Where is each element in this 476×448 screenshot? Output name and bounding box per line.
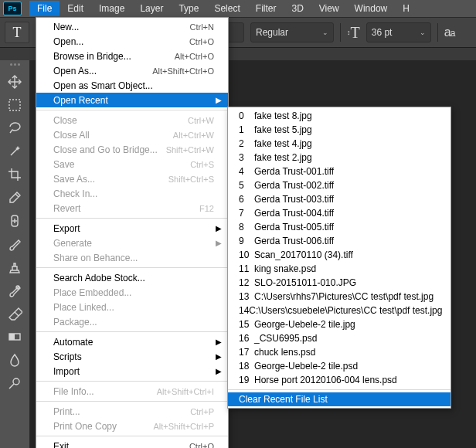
history-brush-tool[interactable] [3, 280, 26, 301]
recent-file-item[interactable]: 3fake test 2.jpg [228, 151, 450, 165]
recent-file-index: 2 [239, 138, 254, 149]
menu-item-search-adobe-stock[interactable]: Search Adobe Stock... [36, 270, 228, 285]
recent-file-name: Gerda Trust-002.tiff [254, 180, 334, 191]
recent-file-index: 10 [239, 249, 254, 260]
recent-file-name: _CSU6995.psd [254, 333, 317, 344]
recent-file-item[interactable]: 10Scan_20170110 (34).tiff [228, 248, 450, 262]
menu-3d[interactable]: 3D [284, 1, 311, 16]
recent-file-item[interactable]: 8Gerda Trust-005.tiff [228, 220, 450, 234]
recent-file-item[interactable]: 12SLO-20151011-010.JPG [228, 276, 450, 290]
font-size-select[interactable]: 36 pt ⌄ [366, 22, 431, 42]
crop-tool[interactable] [3, 164, 26, 185]
menu-separator [36, 110, 228, 110]
recent-file-index: 3 [239, 152, 254, 163]
menu-item-label: Clear Recent File List [239, 394, 328, 405]
menu-item-browse-in-bridge[interactable]: Browse in Bridge...Alt+Ctrl+O [36, 49, 228, 63]
menu-separator [36, 381, 228, 382]
recent-file-item[interactable]: 7Gerda Trust-004.tiff [228, 206, 450, 220]
recent-file-item[interactable]: 19Horse port 20120106-004 lens.psd [228, 373, 450, 387]
menu-item-label: Generate [53, 238, 92, 249]
recent-file-item[interactable]: 11king snake.psd [228, 262, 450, 276]
recent-file-item[interactable]: 9Gerda Trust-006.tiff [228, 234, 450, 248]
menu-item-import[interactable]: Import▶ [36, 364, 228, 378]
app-logo: Ps [3, 2, 22, 15]
recent-file-item[interactable]: 16_CSU6995.psd [228, 331, 450, 345]
menu-item-new[interactable]: New...Ctrl+N [36, 19, 228, 34]
separator [340, 23, 341, 42]
menu-item-exit[interactable]: ExitCtrl+Q [36, 439, 228, 448]
tools-panel [0, 60, 30, 448]
menu-item-open-recent[interactable]: Open Recent▶ [36, 93, 228, 107]
recent-file-item[interactable]: 4Gerda Trust-001.tiff [228, 165, 450, 178]
marquee-tool[interactable] [3, 94, 26, 116]
recent-file-index: 6 [239, 194, 254, 205]
menu-separator [228, 389, 450, 390]
panel-grip[interactable] [7, 63, 22, 68]
menu-h[interactable]: H [395, 1, 417, 16]
menu-item-label: Share on Behance... [53, 253, 138, 263]
menu-select[interactable]: Select [206, 1, 247, 16]
menu-shortcut: F12 [199, 204, 214, 213]
recent-file-item[interactable]: 0fake test 8.jpg [228, 109, 450, 123]
brush-tool[interactable] [3, 233, 26, 255]
menu-item-open[interactable]: Open...Ctrl+O [36, 34, 228, 49]
menu-image[interactable]: Image [91, 1, 132, 16]
file-menu: New...Ctrl+NOpen...Ctrl+OBrowse in Bridg… [36, 17, 229, 448]
clone-stamp-tool[interactable] [3, 256, 26, 278]
menu-shortcut: Ctrl+O [189, 37, 214, 46]
recent-file-item[interactable]: 15George-Uebele-2 tile.jpg [228, 317, 450, 331]
recent-file-item[interactable]: 2fake test 4.jpg [228, 137, 450, 151]
menu-item-automate[interactable]: Automate▶ [36, 334, 228, 349]
menu-item-label: Place Linked... [53, 302, 114, 313]
submenu-arrow-icon: ▶ [216, 224, 222, 232]
recent-file-index: 0 [239, 110, 254, 121]
menu-window[interactable]: Window [347, 1, 396, 16]
menu-item-open-as-smart-object[interactable]: Open as Smart Object... [36, 78, 228, 93]
font-style-select[interactable]: Regular ⌄ [250, 22, 334, 42]
menu-shortcut: Ctrl+N [190, 22, 214, 32]
recent-file-item[interactable]: 1fake test 5.jpg [228, 123, 450, 137]
chevron-down-icon: ⌄ [420, 29, 426, 36]
menu-item-place-linked: Place Linked... [36, 300, 228, 314]
menu-item-open-as[interactable]: Open As...Alt+Shift+Ctrl+O [36, 63, 228, 78]
menu-item-save: SaveCtrl+S [36, 157, 228, 171]
menu-item-close: CloseCtrl+W [36, 113, 228, 127]
menu-separator [36, 218, 228, 219]
blur-tool[interactable] [3, 349, 26, 371]
menu-shortcut: Alt+Shift+Ctrl+I [157, 387, 214, 396]
gradient-tool[interactable] [3, 326, 26, 348]
recent-file-name: Gerda Trust-004.tiff [254, 208, 334, 219]
menu-view[interactable]: View [311, 1, 347, 16]
recent-file-item[interactable]: 6Gerda Trust-003.tiff [228, 192, 450, 206]
menu-item-scripts[interactable]: Scripts▶ [36, 349, 228, 364]
eraser-tool[interactable] [3, 303, 26, 324]
menu-edit[interactable]: Edit [60, 1, 91, 16]
magic-wand-tool[interactable] [3, 141, 26, 162]
recent-file-index: 14 [239, 305, 249, 316]
recent-file-name: fake test 4.jpg [254, 138, 312, 149]
healing-brush-tool[interactable] [3, 210, 26, 232]
menu-file[interactable]: File [29, 1, 60, 16]
clear-recent-file-list[interactable]: Clear Recent File List [228, 392, 450, 406]
tool-preset-button[interactable]: T [5, 22, 29, 43]
move-tool[interactable] [3, 71, 26, 93]
menu-item-export[interactable]: Export▶ [36, 221, 228, 236]
menu-filter[interactable]: Filter [248, 1, 284, 16]
eyedropper-tool[interactable] [3, 187, 26, 209]
menu-shortcut: Shift+Ctrl+S [168, 175, 214, 184]
menu-item-label: Print One Copy [53, 421, 117, 432]
lasso-tool[interactable] [3, 117, 26, 139]
font-style-value: Regular [256, 27, 288, 38]
recent-file-name: George-Uebele-2 tile.jpg [254, 319, 355, 330]
menu-item-label: Place Embedded... [53, 287, 131, 298]
submenu-arrow-icon: ▶ [216, 352, 222, 361]
menu-layer[interactable]: Layer [132, 1, 171, 16]
recent-file-item[interactable]: 18George-Uebele-2 tile.psd [228, 359, 450, 373]
recent-file-item[interactable]: 5Gerda Trust-002.tiff [228, 178, 450, 192]
menu-type[interactable]: Type [171, 1, 206, 16]
recent-file-item[interactable]: 14C:\Users\csuebele\Pictures\CC test\pdf… [228, 304, 450, 317]
menu-shortcut: Ctrl+P [190, 407, 214, 416]
recent-file-item[interactable]: 17chuck lens.psd [228, 345, 450, 359]
recent-file-item[interactable]: 13C:\Users\rhhs7\Pictures\CC test\pdf te… [228, 290, 450, 304]
dodge-tool[interactable] [3, 372, 26, 394]
